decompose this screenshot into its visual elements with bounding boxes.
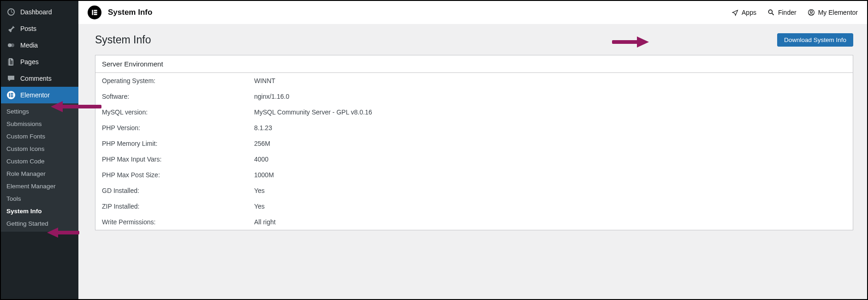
sidebar-item-pages[interactable]: Pages <box>1 54 78 70</box>
svg-rect-5 <box>11 93 13 94</box>
info-row: ZIP Installed:Yes <box>95 198 853 214</box>
pages-icon <box>6 57 16 66</box>
info-value: 4000 <box>254 156 268 163</box>
sidebar-sub-system-info[interactable]: System Info <box>1 205 78 217</box>
elementor-logo-icon <box>88 6 101 19</box>
sidebar-sub-tools[interactable]: Tools <box>1 192 78 205</box>
topbar-apps[interactable]: Apps <box>731 9 756 16</box>
info-label: Operating System: <box>102 77 254 84</box>
svg-rect-6 <box>11 95 13 96</box>
sidebar-sub-getting-started[interactable]: Getting Started <box>1 217 78 230</box>
svg-rect-7 <box>11 96 13 97</box>
info-label: PHP Version: <box>102 124 254 132</box>
admin-sidebar: Dashboard Posts Media Pages Comments <box>1 1 78 299</box>
sidebar-item-label: Dashboard <box>20 8 52 16</box>
info-row: Operating System:WINNT <box>95 73 853 89</box>
info-value: 8.1.23 <box>254 124 272 132</box>
sidebar-item-label: Posts <box>20 25 36 32</box>
info-value: WINNT <box>254 77 275 84</box>
sidebar-sub-custom-fonts[interactable]: Custom Fonts <box>1 130 78 143</box>
info-value: Yes <box>254 187 265 194</box>
page-header: System Info Download System Info <box>95 33 853 47</box>
svg-point-14 <box>810 11 812 13</box>
info-table: Operating System:WINNT Software:nginx/1.… <box>95 73 853 230</box>
main-content: System Info Apps Finder <box>78 1 867 299</box>
page-heading: System Info <box>95 34 151 46</box>
svg-rect-10 <box>94 12 97 13</box>
media-icon <box>6 41 16 50</box>
apps-icon <box>731 9 738 16</box>
dashboard-icon <box>6 7 16 17</box>
info-row: GD Installed:Yes <box>95 183 853 198</box>
svg-rect-11 <box>94 14 97 15</box>
sidebar-item-label: Pages <box>20 58 39 66</box>
info-value: nginx/1.16.0 <box>254 93 289 100</box>
svg-rect-8 <box>92 10 93 15</box>
info-row: Software:nginx/1.16.0 <box>95 89 853 104</box>
info-value: MySQL Community Server - GPL v8.0.16 <box>254 108 372 116</box>
search-icon <box>767 9 775 16</box>
sidebar-sub-element-manager[interactable]: Element Manager <box>1 180 78 192</box>
download-system-info-button[interactable]: Download System Info <box>777 33 853 47</box>
info-row: PHP Version:8.1.23 <box>95 120 853 136</box>
info-label: PHP Memory Limit: <box>102 140 254 147</box>
svg-point-12 <box>768 10 772 13</box>
elementor-icon <box>6 90 16 100</box>
sidebar-submenu: Settings Submissions Custom Fonts Custom… <box>1 103 78 232</box>
info-label: PHP Max Post Size: <box>102 171 254 179</box>
svg-point-1 <box>11 43 14 47</box>
sidebar-item-label: Media <box>20 42 38 49</box>
sidebar-sub-settings[interactable]: Settings <box>1 105 78 118</box>
svg-rect-9 <box>94 10 97 11</box>
info-value: 256M <box>254 140 270 147</box>
sidebar-item-media[interactable]: Media <box>1 37 78 54</box>
info-label: PHP Max Input Vars: <box>102 156 254 163</box>
sidebar-sub-role-manager[interactable]: Role Manager <box>1 168 78 180</box>
topbar-link-label: Finder <box>778 9 797 16</box>
info-row: PHP Memory Limit:256M <box>95 136 853 151</box>
topbar-link-label: My Elementor <box>818 9 858 16</box>
info-value: All right <box>254 218 276 226</box>
sidebar-item-dashboard[interactable]: Dashboard <box>1 4 78 20</box>
info-label: MySQL version: <box>102 108 254 116</box>
sidebar-sub-submissions[interactable]: Submissions <box>1 118 78 130</box>
info-label: ZIP Installed: <box>102 203 254 210</box>
info-label: Software: <box>102 93 254 100</box>
sidebar-sub-custom-icons[interactable]: Custom Icons <box>1 143 78 155</box>
topbar-finder[interactable]: Finder <box>767 9 797 16</box>
topbar-link-label: Apps <box>742 9 756 16</box>
sidebar-item-posts[interactable]: Posts <box>1 20 78 37</box>
sidebar-item-comments[interactable]: Comments <box>1 70 78 87</box>
server-environment-panel: Server Environment Operating System:WINN… <box>95 55 853 230</box>
info-row: PHP Max Input Vars:4000 <box>95 151 853 167</box>
info-label: Write Permissions: <box>102 218 254 226</box>
pin-icon <box>6 24 16 33</box>
info-row: PHP Max Post Size:1000M <box>95 167 853 183</box>
sidebar-sub-custom-code[interactable]: Custom Code <box>1 155 78 168</box>
topbar: System Info Apps Finder <box>78 1 867 24</box>
info-row: Write Permissions:All right <box>95 214 853 230</box>
user-icon <box>808 9 815 16</box>
topbar-my-elementor[interactable]: My Elementor <box>808 9 858 16</box>
info-label: GD Installed: <box>102 187 254 194</box>
panel-title: Server Environment <box>95 55 853 73</box>
sidebar-item-label: Elementor <box>20 91 50 99</box>
sidebar-item-elementor[interactable]: Elementor <box>1 87 78 103</box>
comments-icon <box>6 74 16 83</box>
info-value: Yes <box>254 203 265 210</box>
svg-rect-4 <box>9 93 10 97</box>
sidebar-item-label: Comments <box>20 75 52 82</box>
topbar-title: System Info <box>108 8 152 17</box>
info-value: 1000M <box>254 171 274 179</box>
info-row: MySQL version:MySQL Community Server - G… <box>95 104 853 120</box>
svg-rect-2 <box>8 59 12 66</box>
